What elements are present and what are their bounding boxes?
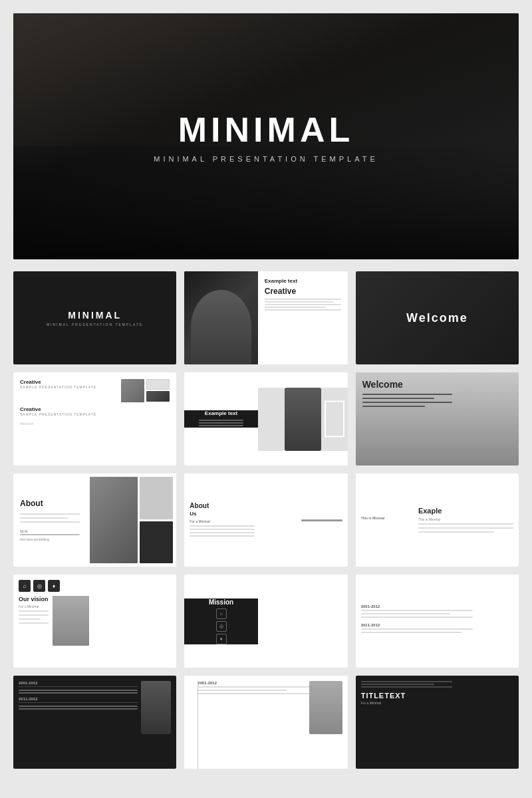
slide2-lines xyxy=(265,299,341,311)
slide4-welcome: Welcome xyxy=(20,422,34,426)
slide15-title: TitleText xyxy=(361,692,406,700)
slide6-line1 xyxy=(362,394,452,395)
slide9-imgs xyxy=(361,523,414,524)
s9l2 xyxy=(418,527,513,529)
s10l3 xyxy=(19,618,41,620)
slide12-text: 2001-2012 2011-2012 xyxy=(361,604,473,638)
s10l4 xyxy=(19,622,49,624)
s14l3 xyxy=(198,693,309,694)
slide10-sub: For a Minimal xyxy=(19,604,49,608)
slide10-icon3: ♦ xyxy=(48,580,60,592)
slide7-line1 xyxy=(20,513,80,515)
slide7-right xyxy=(86,473,176,567)
slide15-images xyxy=(361,708,365,732)
slide4-images xyxy=(121,379,170,402)
slide7-main-img xyxy=(90,477,138,563)
slide-thumb-15[interactable]: TitleText For a Minimal xyxy=(356,676,519,769)
slide11-icon2: ◎ xyxy=(216,621,227,632)
slide12-lines1 xyxy=(361,610,473,619)
slides-grid-row4: ⌂ ◎ ♦ Our vision For a Minimal Mission xyxy=(13,575,519,668)
slide9-label1: This is Minimal xyxy=(361,516,414,520)
slide-thumb-3[interactable]: Welcome xyxy=(356,271,519,364)
slide10-icons: ⌂ ◎ ♦ xyxy=(19,580,60,592)
slide4-sub2: SAMPLE PRESENTATION TEMPLATE xyxy=(20,412,170,416)
s12l2 xyxy=(361,613,451,614)
slide5-title: Example text xyxy=(205,410,237,416)
slide-thumb-14[interactable]: 2001-2012 xyxy=(184,676,347,769)
slide-thumb-5[interactable]: Example text xyxy=(184,372,347,466)
slide5-portrait xyxy=(285,388,321,451)
main-subtitle: MINIMAL PRESENTATION TEMPLATE xyxy=(154,155,378,163)
slide8-left: About Us For a Minimal xyxy=(190,502,254,538)
line1 xyxy=(265,299,341,300)
slide4-creative2: Creative xyxy=(20,406,170,412)
slide4-desk-img xyxy=(146,391,170,402)
s15wl3 xyxy=(361,686,453,688)
slide9-right: Exaple This is Minimal xyxy=(418,507,513,534)
line2 xyxy=(265,301,333,303)
slide5-line2 xyxy=(199,422,243,424)
slide3-welcome: Welcome xyxy=(406,311,468,325)
slide-thumb-13[interactable]: 2001-2012 2011-2012 xyxy=(13,676,176,769)
slide14-vert-line xyxy=(198,681,198,769)
slide1-title: MINIMAL xyxy=(47,310,144,321)
slide-thumb-7[interactable]: About 10.% text here something xyxy=(13,473,176,567)
line3 xyxy=(265,304,341,305)
slide6-line4 xyxy=(362,406,426,407)
slide4-creative1: Creative xyxy=(20,379,118,385)
s10l1 xyxy=(19,610,49,612)
slide8-about: About xyxy=(190,502,254,509)
slide-thumb-10[interactable]: ⌂ ◎ ♦ Our vision For a Minimal xyxy=(13,575,176,668)
main-hero-slide: MINIMAL MINIMAL PRESENTATION TEMPLATE xyxy=(13,13,519,259)
slides-grid-row2: Creative SAMPLE PRESENTATION TEMPLATE Cr… xyxy=(13,372,519,466)
s15wl2 xyxy=(361,684,434,685)
slide8-tagline: For a Minimal xyxy=(190,519,254,523)
slide9-title: Exaple xyxy=(418,507,513,515)
slide7-about: About xyxy=(20,499,80,508)
slide2-img-face xyxy=(191,290,251,364)
s13wl1 xyxy=(19,690,138,691)
slide13-line2 xyxy=(19,702,138,703)
slide-thumb-11[interactable]: Mission ⌂ ◎ ♦ xyxy=(184,575,347,668)
slide-thumb-6[interactable]: Welcome xyxy=(356,372,519,466)
slide11-icons: ⌂ ◎ ♦ xyxy=(216,608,227,644)
s12l3 xyxy=(361,616,473,618)
slide8-lines xyxy=(190,525,254,538)
slide14-text: 2001-2012 xyxy=(190,681,309,700)
slides-grid-row1: MINIMAL MINIMAL PRESENTATION TEMPLATE Ex… xyxy=(13,271,519,364)
slide-thumb-9[interactable]: This is Minimal Exaple This is Minimal xyxy=(356,473,519,567)
slide4-text1: Creative SAMPLE PRESENTATION TEMPLATE xyxy=(20,379,118,389)
slide-thumb-12[interactable]: 2001-2012 2011-2012 xyxy=(356,575,519,668)
slide10-top: ⌂ ◎ ♦ xyxy=(19,580,60,592)
slide9-lines xyxy=(418,523,513,534)
slide12-entries: 2001-2012 2011-2012 xyxy=(361,604,473,634)
slide10-text: Our vision For a Minimal xyxy=(19,596,49,646)
slide7-img-stack xyxy=(140,477,173,563)
slide-thumb-4[interactable]: Creative SAMPLE PRESENTATION TEMPLATE Cr… xyxy=(13,372,176,466)
s15wl1 xyxy=(361,681,453,682)
slide10-icon1: ⌂ xyxy=(19,580,31,592)
slide7-line3 xyxy=(20,521,80,523)
slide13-year1: 2001-2012 xyxy=(19,681,138,685)
slide11-icon1: ⌂ xyxy=(216,608,227,619)
slide12-year1: 2001-2012 xyxy=(361,604,473,608)
slide5-frame xyxy=(325,401,344,438)
slide12-year2: 2011-2012 xyxy=(361,623,473,627)
s8l4 xyxy=(190,535,254,537)
slide-thumb-8[interactable]: About Us For a Minimal xyxy=(184,473,347,567)
slide15-sub: For a Minimal xyxy=(361,701,381,705)
slide7-stat1: 10.% xyxy=(20,529,80,533)
s13wl4 xyxy=(19,708,138,710)
slide1-subtitle: MINIMAL PRESENTATION TEMPLATE xyxy=(47,323,144,327)
slide-thumb-2[interactable]: Example text Creative xyxy=(184,271,347,364)
slide6-welcome: Welcome xyxy=(362,379,403,390)
slide7-img-sm1 xyxy=(140,477,173,519)
slide7-stat2: text here something xyxy=(20,537,80,541)
slide2-text: Example text Creative xyxy=(258,271,348,364)
slide-thumb-1[interactable]: MINIMAL MINIMAL PRESENTATION TEMPLATE xyxy=(13,271,176,364)
line4 xyxy=(265,307,326,308)
s8l2 xyxy=(190,529,254,530)
s8l1 xyxy=(190,525,254,527)
slide5-line3 xyxy=(199,425,243,426)
slide11-left: Mission ⌂ ◎ ♦ xyxy=(184,598,257,644)
